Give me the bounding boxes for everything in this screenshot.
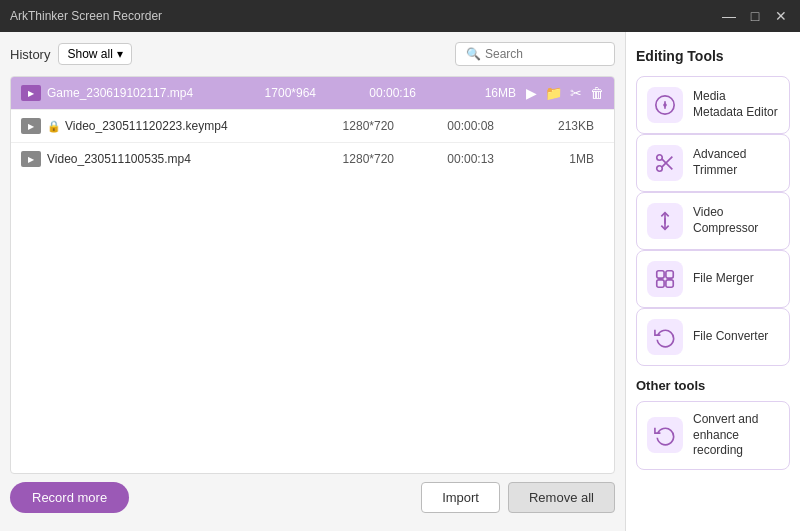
file-size: 1MB: [534, 152, 594, 166]
file-type-icon: ▶: [21, 118, 41, 134]
file-meta: 1280*720 00:00:08 213KB: [334, 119, 594, 133]
chevron-down-icon: ▾: [117, 47, 123, 61]
svg-rect-11: [666, 271, 673, 278]
file-name: Video_230511100535.mp4: [47, 152, 334, 166]
svg-line-6: [662, 157, 673, 168]
tool-card-advanced-trimmer[interactable]: Advanced Trimmer: [636, 134, 790, 192]
right-panel: Editing Tools Media Metadata Editor Adva…: [625, 32, 800, 531]
play-icon[interactable]: ▶: [526, 85, 537, 101]
file-duration: 00:00:08: [434, 119, 494, 133]
advanced-trimmer-label: Advanced Trimmer: [693, 147, 779, 178]
svg-rect-10: [657, 271, 664, 278]
window-controls: — □ ✕: [720, 8, 790, 24]
tool-card-file-merger[interactable]: File Merger: [636, 250, 790, 308]
file-name: Game_230619102117.mp4: [47, 86, 256, 100]
file-meta: 1700*964 00:00:16 16MB: [256, 86, 516, 100]
remove-all-button[interactable]: Remove all: [508, 482, 615, 513]
file-converter-label: File Converter: [693, 329, 768, 345]
bottom-bar: Record more Import Remove all: [10, 474, 615, 521]
file-resolution: 1700*964: [256, 86, 316, 100]
left-panel: History Show all ▾ 🔍 ▶ Game_230619102117…: [0, 32, 625, 531]
close-button[interactable]: ✕: [772, 8, 790, 24]
file-resolution: 1280*720: [334, 152, 394, 166]
advanced-trimmer-icon: [647, 145, 683, 181]
maximize-button[interactable]: □: [746, 8, 764, 24]
other-tools-container: Convert and enhance recording: [636, 401, 790, 470]
import-button[interactable]: Import: [421, 482, 500, 513]
tool-card-file-converter[interactable]: File Converter: [636, 308, 790, 366]
tool-card-media-metadata[interactable]: Media Metadata Editor: [636, 76, 790, 134]
file-merger-icon: [647, 261, 683, 297]
file-type-icon: ▶: [21, 151, 41, 167]
table-row[interactable]: ▶ Video_230511100535.mp4 1280*720 00:00:…: [11, 143, 614, 175]
video-compressor-label: Video Compressor: [693, 205, 779, 236]
svg-rect-12: [657, 280, 664, 287]
delete-icon[interactable]: 🗑: [590, 85, 604, 101]
file-name: Video_230511120223.keymp4: [65, 119, 334, 133]
table-row[interactable]: ▶ 🔒 Video_230511120223.keymp4 1280*720 0…: [11, 110, 614, 143]
file-meta: 1280*720 00:00:13 1MB: [334, 152, 594, 166]
search-box[interactable]: 🔍: [455, 42, 615, 66]
converter-icon: [647, 417, 683, 453]
table-row[interactable]: ▶ Game_230619102117.mp4 1700*964 00:00:1…: [11, 77, 614, 110]
media-metadata-label: Media Metadata Editor: [693, 89, 779, 120]
minimize-button[interactable]: —: [720, 8, 738, 24]
file-duration: 00:00:16: [356, 86, 416, 100]
trim-icon[interactable]: ✂: [570, 85, 582, 101]
file-merger-label: File Merger: [693, 271, 754, 287]
file-actions: ▶ 📁 ✂ 🗑: [526, 85, 604, 101]
file-duration: 00:00:13: [434, 152, 494, 166]
file-list: ▶ Game_230619102117.mp4 1700*964 00:00:1…: [10, 76, 615, 474]
svg-line-7: [662, 159, 673, 170]
dropdown-value: Show all: [67, 47, 112, 61]
other-tools-title: Other tools: [636, 378, 790, 393]
search-input[interactable]: [485, 47, 615, 61]
search-icon: 🔍: [466, 47, 481, 61]
folder-icon[interactable]: 📁: [545, 85, 562, 101]
file-size: 213KB: [534, 119, 594, 133]
history-label: History: [10, 47, 50, 62]
file-size: 16MB: [456, 86, 516, 100]
tool-card-video-compressor[interactable]: Video Compressor: [636, 192, 790, 250]
file-type-icon: ▶: [21, 85, 41, 101]
main-area: History Show all ▾ 🔍 ▶ Game_230619102117…: [0, 32, 800, 531]
titlebar: ArkThinker Screen Recorder — □ ✕: [0, 0, 800, 32]
converter-label: Convert and enhance recording: [693, 412, 779, 459]
tools-container: Media Metadata Editor Advanced Trimmer V…: [636, 76, 790, 366]
history-dropdown[interactable]: Show all ▾: [58, 43, 131, 65]
tool-card-converter[interactable]: Convert and enhance recording: [636, 401, 790, 470]
svg-rect-13: [666, 280, 673, 287]
media-metadata-icon: [647, 87, 683, 123]
file-converter-icon: [647, 319, 683, 355]
record-more-button[interactable]: Record more: [10, 482, 129, 513]
editing-tools-title: Editing Tools: [636, 48, 790, 64]
top-bar: History Show all ▾ 🔍: [10, 42, 615, 66]
file-resolution: 1280*720: [334, 119, 394, 133]
lock-icon: 🔒: [47, 120, 61, 133]
video-compressor-icon: [647, 203, 683, 239]
app-title: ArkThinker Screen Recorder: [10, 9, 162, 23]
